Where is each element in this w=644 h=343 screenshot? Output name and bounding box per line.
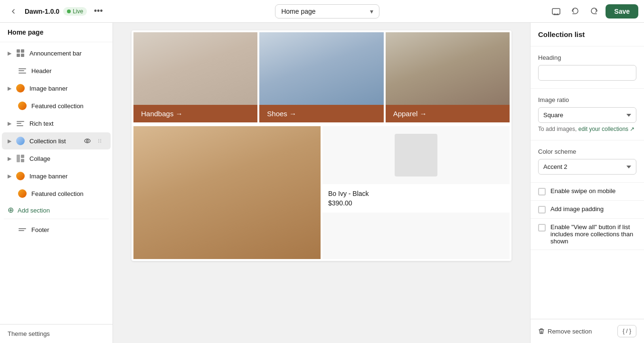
site-name: Dawn-1.0.0 [25, 8, 59, 15]
expand-arrow-icon: ▶ [8, 50, 11, 56]
color-scheme-section: Color scheme Accent 2 Accent 1 Backgroun… [530, 140, 644, 183]
canvas: Handbags → Shoes → Apparel → [113, 23, 530, 343]
collection-grid: Handbags → Shoes → Apparel → [132, 30, 511, 124]
product-section: Bo Ivy - Black $390.00 [132, 124, 511, 261]
svg-point-3 [98, 139, 99, 140]
add-image-padding-checkbox[interactable] [538, 206, 546, 213]
back-button[interactable] [6, 4, 21, 19]
collection-name-handbags: Handbags → [141, 110, 183, 118]
enable-view-all-label: Enable "View all" button if list include… [550, 223, 636, 245]
svg-point-8 [100, 142, 101, 143]
heading-section: Heading [530, 46, 644, 89]
sidebar-header: Home page [0, 23, 113, 42]
product-info: Bo Ivy - Black $390.00 [322, 184, 510, 213]
image-hint: To add images, edit your collections ↗ [538, 126, 636, 132]
heading-label: Heading [538, 54, 636, 61]
header-icon [17, 65, 28, 76]
svg-point-1 [85, 139, 90, 143]
image-banner-2-icon [15, 171, 26, 181]
save-button[interactable]: Save [606, 4, 638, 19]
sidebar-item-image-banner-2[interactable]: ▶ Image banner [2, 167, 111, 185]
product-card-bag[interactable]: Bo Ivy - Black $390.00 [322, 126, 510, 259]
sidebar-item-label: Collection list [29, 138, 78, 145]
sidebar-item-label: Header [31, 67, 105, 74]
sidebar-item-label: Featured collection [31, 102, 105, 110]
svg-point-6 [100, 140, 101, 141]
collection-name-apparel: Apparel → [393, 110, 427, 118]
collection-card-apparel[interactable]: Apparel → [386, 32, 510, 122]
expand-arrow-icon: ▶ [8, 138, 11, 144]
sidebar-item-actions [82, 136, 105, 146]
svg-point-5 [98, 140, 99, 141]
add-section-label: Add section [18, 207, 50, 214]
sidebar-list: ▶ Announcement bar Header ▶ [0, 42, 113, 324]
sidebar-item-label: Rich text [29, 120, 105, 127]
remove-section-button[interactable]: Remove section [538, 328, 592, 335]
heading-input[interactable] [538, 65, 636, 81]
sidebar-item-label: Announcement bar [29, 50, 105, 57]
collection-label-apparel: Apparel → [386, 105, 510, 122]
collection-list-icon [15, 136, 26, 146]
product-card-sweater[interactable] [133, 126, 321, 259]
sidebar-separator [4, 219, 109, 219]
page-selector[interactable]: Home page ▾ [275, 4, 379, 19]
topbar: Dawn-1.0.0 Live ••• Home page ▾ Save [0, 0, 644, 23]
sidebar-item-label: Featured collection [31, 190, 105, 197]
code-editor-button[interactable]: { / } [617, 325, 636, 337]
page-selector-label: Home page [281, 8, 315, 15]
expand-arrow-icon: ▶ [8, 85, 11, 92]
sidebar: Home page ▶ Announcement bar Header ▶ [0, 23, 113, 343]
sidebar-item-label: Image banner [29, 85, 105, 92]
collection-label-handbags: Handbags → [133, 105, 257, 122]
enable-swipe-label: Enable swipe on mobile [550, 187, 616, 195]
collection-name-shoes: Shoes → [267, 110, 296, 118]
topbar-actions: Save [549, 4, 638, 19]
visibility-toggle-button[interactable] [82, 136, 93, 146]
remove-section-label: Remove section [548, 328, 592, 335]
sidebar-item-collection-list[interactable]: ▶ Collection list [2, 132, 111, 149]
enable-swipe-section: Enable swipe on mobile [530, 183, 644, 201]
sidebar-item-header[interactable]: Header [2, 62, 111, 79]
sidebar-item-collage[interactable]: ▶ Collage [2, 150, 111, 167]
preview-button[interactable] [549, 4, 564, 19]
collection-label-shoes: Shoes → [259, 105, 383, 122]
svg-rect-0 [552, 9, 560, 14]
chevron-down-icon: ▾ [370, 8, 373, 15]
plus-icon: ⊕ [8, 206, 14, 214]
collection-card-shoes[interactable]: Shoes → [259, 32, 383, 122]
canvas-inner: Handbags → Shoes → Apparel → [132, 30, 511, 261]
redo-button[interactable] [587, 4, 602, 19]
svg-point-2 [86, 140, 88, 142]
enable-view-all-section: Enable "View all" button if list include… [530, 219, 644, 250]
edit-collections-link[interactable]: edit your collections ↗ [578, 126, 635, 132]
image-ratio-section: Image ratio Square Portrait Landscape Ad… [530, 89, 644, 140]
sidebar-item-footer[interactable]: Footer [2, 221, 111, 238]
add-section-button[interactable]: ⊕ Add section [0, 203, 113, 218]
sidebar-item-image-banner[interactable]: ▶ Image banner [2, 80, 111, 97]
enable-view-all-checkbox[interactable] [538, 224, 546, 232]
sidebar-item-rich-text[interactable]: ▶ Rich text [2, 115, 111, 132]
sidebar-item-featured-collection-2[interactable]: Featured collection [2, 185, 111, 202]
enable-swipe-checkbox[interactable] [538, 188, 546, 195]
color-scheme-label: Color scheme [538, 148, 636, 155]
live-dot [67, 9, 71, 13]
product-price: $390.00 [328, 199, 504, 207]
image-banner-icon [15, 83, 26, 93]
right-panel: Collection list Heading Image ratio Squa… [530, 23, 644, 343]
image-ratio-select[interactable]: Square Portrait Landscape Adapt to image [538, 107, 636, 123]
sidebar-item-label: Footer [31, 226, 105, 233]
expand-arrow-icon: ▶ [8, 173, 11, 179]
color-scheme-select[interactable]: Accent 2 Accent 1 Background 1 Backgroun… [538, 159, 636, 175]
sidebar-item-announcement-bar[interactable]: ▶ Announcement bar [2, 45, 111, 62]
undo-button[interactable] [568, 4, 583, 19]
sidebar-item-featured-collection[interactable]: Featured collection [2, 97, 111, 114]
rich-text-icon [15, 118, 26, 129]
theme-settings-button[interactable]: Theme settings [0, 324, 113, 343]
more-button[interactable]: ••• [91, 4, 106, 19]
add-image-padding-section: Add image padding [530, 201, 644, 219]
add-image-padding-label: Add image padding [550, 205, 604, 213]
image-ratio-label: Image ratio [538, 96, 636, 103]
drag-handle-button[interactable] [95, 136, 105, 146]
collection-card-handbags[interactable]: Handbags → [133, 32, 257, 122]
code-label: { / } [623, 328, 631, 334]
